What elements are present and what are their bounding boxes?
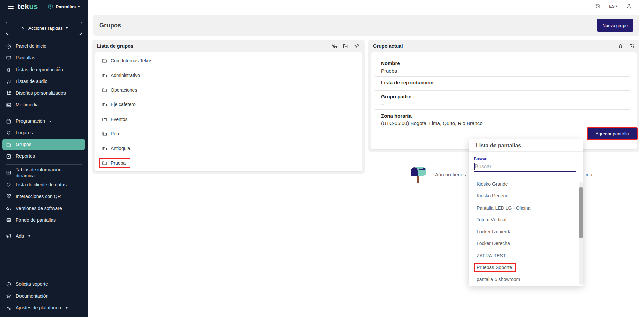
- groups-toolbar: [331, 43, 360, 49]
- field-label: Zona horaria: [381, 114, 631, 118]
- group-row-eventos[interactable]: Eventos: [95, 112, 362, 127]
- empty-state-text: Aún no tienes: [435, 172, 466, 177]
- scrollbar-track[interactable]: [579, 182, 583, 285]
- screen-name: Locker Derecha: [477, 241, 510, 246]
- screen-item-locker-derecha[interactable]: Locker Derecha: [469, 238, 583, 250]
- sidebar-item-listas-de-audio[interactable]: Listas de audio: [0, 76, 88, 87]
- sidebar-footer-nav: ?Solicita soporteDocumentaciónAjustes de…: [0, 278, 88, 317]
- group-name: Com Internas Tekus: [111, 58, 152, 63]
- tekus-logo[interactable]: tekus: [18, 2, 38, 11]
- camera-icon[interactable]: [354, 43, 360, 49]
- group-row-com-internas-tekus[interactable]: Com Internas Tekus: [95, 53, 362, 68]
- sidebar-item-label: Tablas de información dinámica: [16, 167, 73, 179]
- sidebar-item-ajustes-de-plataforma[interactable]: Ajustes de plataforma▾: [0, 302, 88, 314]
- page-title: Grupos: [99, 22, 121, 29]
- sidebar-item-panel-de-inicio[interactable]: Panel de inicio: [0, 40, 88, 52]
- sidebar-item-label: Pantallas: [16, 55, 35, 61]
- sidebar-item-label: Fondo de pantallas: [16, 217, 56, 223]
- screen-name: Totem Vertical: [477, 217, 506, 222]
- group-row-prueba[interactable]: Prueba: [95, 156, 362, 171]
- logo-text-accent: us: [29, 2, 38, 11]
- education-icon: [6, 293, 11, 299]
- divider: [6, 228, 82, 228]
- hamburger-menu-icon[interactable]: [8, 4, 14, 10]
- group-row-content: Antioquia: [99, 143, 135, 153]
- screen-item-kiosko-peqeno[interactable]: Kiosko Peqeño: [469, 190, 583, 202]
- screen-item-content: Locker Derecha: [474, 239, 514, 248]
- monitor-icon: [6, 55, 11, 61]
- edit-icon[interactable]: [629, 43, 635, 49]
- group-row-administrativo[interactable]: Administrativo: [95, 68, 362, 83]
- screen-item-totem-vertical[interactable]: Totem Vertical: [469, 214, 583, 226]
- sidebar-item-lista-de-cliente-de-datos[interactable]: Lista de cliente de datos: [0, 179, 88, 190]
- tree-view-icon[interactable]: [331, 43, 337, 49]
- sidebar-item-documentacion[interactable]: Documentación: [0, 290, 88, 302]
- sidebar-item-fondo-de-pantallas[interactable]: Fondo de pantallas: [0, 214, 88, 226]
- screen-item-zafra-test[interactable]: ZAFRA-TEST: [469, 250, 583, 262]
- sidebar-item-disenos-personalizados[interactable]: Diseños personalizados: [0, 87, 88, 99]
- quick-actions-label: Acciones rápidas: [28, 26, 63, 31]
- divider: [6, 164, 82, 165]
- chevron-down-icon: ▾: [66, 306, 67, 310]
- field-zona-horaria: Zona horaria(UTC-05:00) Bogota, Lima, Qu…: [381, 114, 631, 129]
- divider: [375, 109, 630, 110]
- add-screen-button[interactable]: Agregar pantalla: [587, 127, 638, 140]
- sidebar-item-tablas-de-informacion-dinamica[interactable]: Tablas de información dinámica: [0, 167, 88, 179]
- screen-item-pantalla-5-showroom[interactable]: pantalla 5 showroom: [469, 273, 583, 285]
- sidebar-item-lugares[interactable]: Lugares: [0, 127, 88, 139]
- field-grupo-padre: Grupo padre--: [381, 94, 631, 110]
- sidebar-item-programacion[interactable]: Programación▾: [0, 115, 88, 127]
- group-row-antioquia[interactable]: Antioquia: [95, 141, 362, 156]
- help-icon: ?: [6, 282, 11, 287]
- sidebar-item-pantallas[interactable]: Pantallas: [0, 52, 88, 64]
- sidebar-item-interacciones-con-qr[interactable]: Interacciones con QR: [0, 190, 88, 202]
- group-row-operaciones[interactable]: Operaciones: [95, 83, 362, 97]
- calendar-icon: [6, 119, 11, 124]
- quick-actions-button[interactable]: Acciones rápidas ▾: [6, 21, 82, 35]
- screens-search-section: Buscar Buscar: [469, 152, 583, 172]
- group-row-peru[interactable]: Perú: [95, 127, 362, 141]
- screen-item-kiosko-grande[interactable]: Kiosko Grande: [469, 178, 583, 190]
- user-icon[interactable]: [626, 3, 632, 9]
- sidebar-item-label: Lista de cliente de datos: [16, 182, 67, 188]
- group-row-content: Com Internas Tekus: [99, 56, 157, 66]
- group-name: Perú: [111, 131, 121, 136]
- folder-icon: [6, 142, 11, 147]
- sidebar-item-grupos[interactable]: Grupos: [2, 139, 85, 150]
- language-selector[interactable]: ES ▾: [609, 4, 617, 9]
- highlight-box: Pruebas Soporte: [474, 263, 516, 272]
- sidebar-item-label: Multimedia: [16, 102, 39, 108]
- sidebar-item-solicita-soporte[interactable]: ?Solicita soporte: [0, 278, 88, 290]
- field-value: Prueba: [381, 69, 631, 73]
- field-nombre: NombrePrueba: [381, 61, 631, 77]
- screen-item-locker-izquierda[interactable]: Locker Izquierda: [469, 226, 583, 238]
- sidebar-item-label: Reportes: [16, 153, 35, 159]
- history-icon[interactable]: [595, 3, 601, 9]
- scrollbar-thumb[interactable]: [579, 187, 583, 238]
- svg-text:?: ?: [8, 283, 10, 286]
- sidebar-item-versiones-de-software[interactable]: Versiones de software: [0, 202, 88, 214]
- group-row-content: Eje cafetero: [99, 99, 140, 109]
- folder-minus-icon[interactable]: [343, 43, 349, 49]
- app-selector[interactable]: K Pantallas ▾: [47, 4, 80, 9]
- vector-square-icon: [6, 91, 11, 96]
- current-group-actions: [618, 43, 635, 49]
- screen-item-pruebas-soporte[interactable]: Pruebas Soporte: [469, 262, 583, 274]
- sidebar-item-reportes[interactable]: Reportes: [0, 150, 88, 162]
- sidebar-nav: Panel de inicioPantallasListas de reprod…: [0, 40, 88, 242]
- sidebar-item-label: Solicita soporte: [16, 281, 48, 287]
- new-group-button[interactable]: Nuevo grupo: [597, 19, 633, 32]
- chevron-down-icon: ▾: [28, 234, 30, 238]
- sidebar-item-ads[interactable]: Ads▾: [0, 230, 88, 242]
- group-name: Operaciones: [111, 87, 137, 93]
- groups-panel-title: Lista de grupos: [97, 43, 133, 49]
- group-row-eje-cafetero[interactable]: Eje cafetero: [95, 97, 362, 112]
- group-name: Eje cafetero: [111, 102, 136, 107]
- screen-item-pantalla-led-lg-oficina[interactable]: Pantalla LED LG - Oficina: [469, 202, 583, 214]
- app-selector-label: Pantallas: [56, 4, 76, 9]
- sidebar-item-listas-de-reproduccion[interactable]: Listas de reproducción: [0, 64, 88, 76]
- sidebar-item-label: Documentación: [16, 293, 48, 299]
- search-input[interactable]: Buscar: [474, 162, 576, 172]
- sidebar-item-multimedia[interactable]: Multimedia: [0, 99, 88, 111]
- trash-icon[interactable]: [618, 43, 624, 49]
